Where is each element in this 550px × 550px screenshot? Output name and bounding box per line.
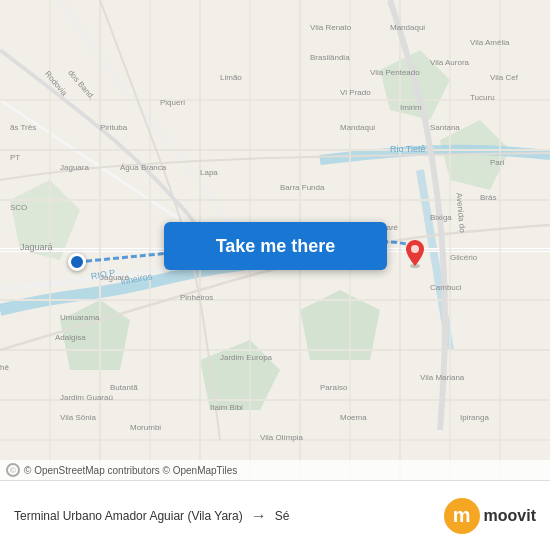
svg-text:Vl Prado: Vl Prado — [340, 88, 371, 97]
svg-text:Cambuci: Cambuci — [430, 283, 462, 292]
osm-icon: © — [6, 463, 20, 477]
svg-text:Água Branca: Água Branca — [120, 163, 167, 172]
svg-point-78 — [411, 245, 419, 253]
svg-text:Vila Renato: Vila Renato — [310, 23, 352, 32]
svg-text:Pinheiros: Pinheiros — [180, 293, 213, 302]
origin-marker — [68, 253, 86, 271]
svg-text:Ipiranga: Ipiranga — [460, 413, 489, 422]
attribution-text: © OpenStreetMap contributors © OpenMapTi… — [24, 465, 237, 476]
svg-text:Bixiga: Bixiga — [430, 213, 452, 222]
attribution-bar: © © OpenStreetMap contributors © OpenMap… — [0, 460, 550, 480]
destination-label: Sé — [275, 509, 290, 523]
moovit-text: moovit — [484, 507, 536, 525]
origin-label: Terminal Urbano Amador Aguiar (Vila Yara… — [14, 509, 243, 523]
svg-text:Moema: Moema — [340, 413, 367, 422]
svg-text:Vila Amélia: Vila Amélia — [470, 38, 510, 47]
svg-text:hê: hê — [0, 363, 9, 372]
destination-marker — [404, 240, 426, 268]
svg-text:Lapa: Lapa — [200, 168, 218, 177]
svg-text:Vila Aurora: Vila Aurora — [430, 58, 470, 67]
take-me-there-button[interactable]: Take me there — [164, 222, 387, 270]
svg-text:Brasilândia: Brasilândia — [310, 53, 350, 62]
svg-text:PT: PT — [10, 153, 20, 162]
svg-text:Pirituba: Pirituba — [100, 123, 128, 132]
svg-text:Vila Mariana: Vila Mariana — [420, 373, 465, 382]
svg-text:Jaguará: Jaguará — [20, 242, 53, 252]
svg-text:Vila Cef: Vila Cef — [490, 73, 519, 82]
arrow-icon: → — [251, 507, 267, 525]
svg-text:Mandaqui: Mandaqui — [340, 123, 375, 132]
svg-text:Imirim: Imirim — [400, 103, 422, 112]
moovit-logo: m moovit — [444, 498, 536, 534]
svg-text:Limão: Limão — [220, 73, 242, 82]
svg-text:Paraíso: Paraíso — [320, 383, 348, 392]
moovit-icon: m — [444, 498, 480, 534]
svg-text:Rio Tietê: Rio Tietê — [390, 144, 426, 154]
map-container: Jaguará Jaguaré Umuarama Adalgisa Butant… — [0, 0, 550, 480]
svg-text:Mandaqui: Mandaqui — [390, 23, 425, 32]
svg-text:Umuarama: Umuarama — [60, 313, 100, 322]
svg-text:Adalgisa: Adalgisa — [55, 333, 86, 342]
svg-text:Santana: Santana — [430, 123, 460, 132]
svg-text:Itaim Bibi: Itaim Bibi — [210, 403, 243, 412]
svg-text:SCO: SCO — [10, 203, 27, 212]
svg-text:Jardim Europa: Jardim Europa — [220, 353, 273, 362]
svg-text:Vila Olímpia: Vila Olímpia — [260, 433, 304, 442]
svg-text:Pari: Pari — [490, 158, 504, 167]
svg-text:Vila Sônia: Vila Sônia — [60, 413, 96, 422]
svg-text:Barra Funda: Barra Funda — [280, 183, 325, 192]
svg-text:Tucuru: Tucuru — [470, 93, 495, 102]
svg-text:Jaguara: Jaguara — [60, 163, 89, 172]
svg-text:Butantã: Butantã — [110, 383, 138, 392]
svg-text:Glicério: Glicério — [450, 253, 478, 262]
svg-text:Vila Penteado: Vila Penteado — [370, 68, 420, 77]
svg-text:ãs Três: ãs Três — [10, 123, 36, 132]
svg-text:Jardim Guaraú: Jardim Guaraú — [60, 393, 113, 402]
route-info: Terminal Urbano Amador Aguiar (Vila Yara… — [14, 507, 444, 525]
svg-text:Piqueri: Piqueri — [160, 98, 185, 107]
bottom-bar: Terminal Urbano Amador Aguiar (Vila Yara… — [0, 480, 550, 550]
svg-text:Brás: Brás — [480, 193, 496, 202]
svg-text:Morumbi: Morumbi — [130, 423, 161, 432]
